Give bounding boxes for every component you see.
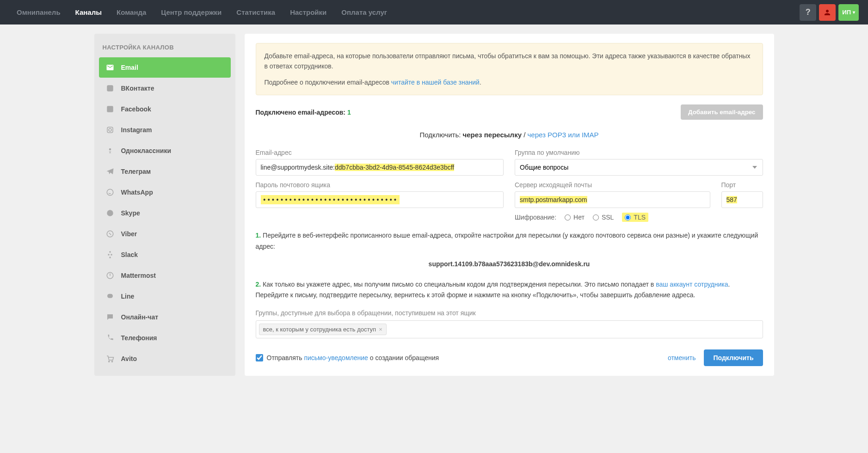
sidebar-item-telephony[interactable]: Телефония: [99, 328, 231, 348]
step-2: 2. Как только вы укажете адрес, мы получ…: [256, 279, 763, 301]
line-icon: [105, 292, 115, 301]
port-input[interactable]: 587: [721, 191, 763, 208]
password-input[interactable]: •••••••••••••••••••••••••••••••: [256, 191, 504, 208]
svg-point-4: [109, 148, 111, 151]
notify-checkbox-row[interactable]: Отправлять письмо-уведомление о создании…: [256, 354, 439, 361]
nav-support-center[interactable]: Центр поддержки: [154, 0, 229, 24]
password-label: Пароль почтового ящика: [256, 181, 504, 189]
channels-sidebar: НАСТРОЙКА КАНАЛОВ Email ВКонтакте Facebo…: [94, 34, 235, 376]
encrypt-none[interactable]: Нет: [565, 214, 585, 221]
kb-link[interactable]: читайте в нашей базе знаний: [391, 79, 480, 86]
nav-channels[interactable]: Каналы: [68, 0, 109, 24]
sidebar-item-livechat[interactable]: Онлайн-чат: [99, 307, 231, 327]
group-label: Группа по умолчанию: [515, 149, 763, 156]
remove-tag-icon[interactable]: ×: [379, 326, 382, 333]
sidebar-item-email[interactable]: Email: [99, 57, 231, 78]
agent-account-link[interactable]: ваш аккаунт сотрудника: [656, 281, 728, 288]
nav-statistics[interactable]: Статистика: [229, 0, 283, 24]
email-label: Email-адрес: [256, 149, 504, 156]
sidebar-item-label: Slack: [121, 251, 138, 258]
groups-available-label: Группы, доступные для выбора в обращении…: [256, 309, 763, 317]
user-alert-button[interactable]: [819, 4, 836, 21]
notify-checkbox[interactable]: [256, 354, 263, 361]
encrypt-label: Шифрование:: [515, 214, 556, 221]
sidebar-item-instagram[interactable]: Instagram: [99, 120, 231, 140]
sidebar-item-viber[interactable]: Viber: [99, 224, 231, 244]
cart-icon: [105, 354, 115, 363]
help-button[interactable]: ?: [800, 4, 816, 21]
nav-left: Омнипанель Каналы Команда Центр поддержк…: [9, 0, 394, 24]
svg-point-3: [109, 129, 111, 131]
top-navigation: Омнипанель Каналы Команда Центр поддержк…: [0, 0, 868, 24]
mode-forward[interactable]: через пересылку: [463, 131, 522, 139]
svg-rect-0: [107, 85, 113, 92]
envelope-icon: [105, 63, 115, 72]
instagram-icon: [105, 125, 115, 135]
cancel-link[interactable]: отменить: [668, 354, 696, 361]
nav-omnipanel[interactable]: Омнипанель: [9, 0, 68, 24]
vk-icon: [105, 84, 115, 93]
sidebar-item-vk[interactable]: ВКонтакте: [99, 78, 231, 98]
sidebar-item-label: Email: [121, 64, 138, 71]
phone-icon: [105, 333, 115, 343]
connect-button[interactable]: Подключить: [704, 349, 763, 366]
encrypt-tls[interactable]: TLS: [622, 213, 648, 222]
sidebar-item-label: Онлайн-чат: [121, 313, 159, 321]
sidebar-item-skype[interactable]: Skype: [99, 203, 231, 223]
sidebar-title: НАСТРОЙКА КАНАЛОВ: [99, 40, 231, 57]
sidebar-item-line[interactable]: Line: [99, 286, 231, 306]
telegram-icon: [105, 167, 115, 176]
sidebar-item-label: Одноклассники: [121, 147, 172, 154]
encrypt-ssl[interactable]: SSL: [593, 214, 614, 221]
sidebar-item-facebook[interactable]: Facebook: [99, 99, 231, 119]
smtp-label: Сервер исходящей почты: [515, 181, 710, 189]
account-menu[interactable]: ИП: [838, 4, 859, 21]
groups-tag-input[interactable]: все, к которым у сотрудника есть доступ …: [256, 320, 763, 338]
email-input[interactable]: line@supportmydesk.site:ddb7cbba-3bd2-4d…: [256, 159, 504, 176]
svg-point-6: [107, 210, 113, 216]
person-icon: [823, 8, 831, 17]
nav-settings[interactable]: Настройки: [283, 0, 334, 24]
svg-point-11: [111, 361, 112, 362]
sidebar-item-label: Mattermost: [121, 272, 156, 279]
sidebar-item-odnoklassniki[interactable]: Одноклассники: [99, 141, 231, 161]
svg-rect-2: [107, 127, 113, 133]
port-label: Порт: [721, 181, 763, 189]
sidebar-item-label: Facebook: [121, 105, 151, 113]
sidebar-item-label: Viber: [121, 230, 137, 238]
sidebar-item-whatsapp[interactable]: WhatsApp: [99, 182, 231, 202]
sidebar-item-label: Телеграм: [121, 168, 151, 175]
svg-point-10: [108, 361, 109, 362]
smtp-server-input[interactable]: smtp.postmarkapp.com: [515, 191, 710, 208]
sidebar-item-slack[interactable]: Slack: [99, 245, 231, 265]
skype-icon: [105, 208, 115, 218]
nav-right: ? ИП: [800, 4, 859, 21]
step-1: 1. Перейдите в веб-интерфейс прописанног…: [256, 230, 763, 252]
whatsapp-icon: [105, 188, 115, 197]
sidebar-item-label: Avito: [121, 355, 137, 362]
main-panel: Добавьте email-адреса, на которые пользо…: [245, 34, 774, 376]
nav-team[interactable]: Команда: [109, 0, 154, 24]
sidebar-item-mattermost[interactable]: Mattermost: [99, 265, 231, 286]
default-group-select[interactable]: Общие вопросы: [515, 159, 763, 176]
svg-point-5: [107, 189, 113, 196]
slack-icon: [105, 250, 115, 259]
sidebar-item-telegram[interactable]: Телеграм: [99, 161, 231, 182]
sidebar-item-label: Телефония: [121, 334, 157, 342]
sidebar-item-avito[interactable]: Avito: [99, 349, 231, 369]
sidebar-item-label: WhatsApp: [121, 189, 153, 196]
forwarding-address: support.14109.b78aaa573623183b@dev.omnid…: [256, 259, 763, 270]
nav-payment[interactable]: Оплата услуг: [334, 0, 394, 24]
notify-letter-link[interactable]: письмо-уведомление: [304, 354, 368, 361]
info-box: Добавьте email-адреса, на которые пользо…: [256, 43, 763, 95]
encryption-row: Шифрование: Нет SSL TLS: [515, 213, 710, 222]
ok-icon: [105, 146, 115, 155]
mode-popimap[interactable]: через POP3 или IMAP: [528, 131, 599, 139]
add-email-button[interactable]: Добавить email-адрес: [681, 104, 763, 120]
connect-mode-switch: Подключить: через пересылку / через POP3…: [256, 131, 763, 139]
svg-rect-1: [107, 106, 113, 112]
connected-count-label: Подключено email-адресов: 1: [256, 109, 351, 116]
sidebar-item-label: ВКонтакте: [121, 85, 154, 92]
sidebar-item-label: Instagram: [121, 126, 152, 134]
sidebar-item-label: Line: [121, 293, 135, 300]
